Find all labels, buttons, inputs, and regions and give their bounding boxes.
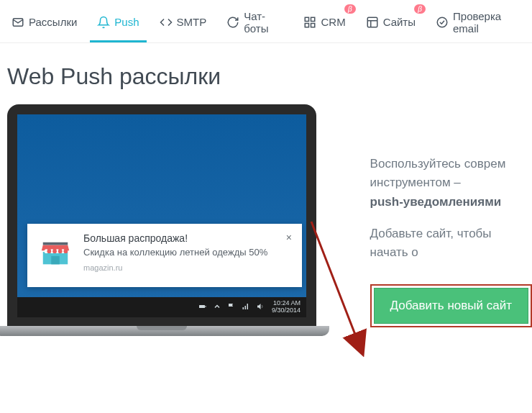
promo-line: инструментом – xyxy=(370,173,532,192)
laptop-base xyxy=(0,326,329,336)
network-icon xyxy=(242,302,250,312)
top-navigation: Рассылки Push SMTP Чат-боты CRM β Сайты … xyxy=(0,0,532,43)
push-notification-card: Большая распродажа! Скидка на коллекцию … xyxy=(27,224,302,287)
nav-label: Push xyxy=(114,16,139,28)
cta-highlight-box: Добавить новый сайт xyxy=(370,284,532,327)
nav-label: CRM xyxy=(321,16,345,28)
promo-subtext: Добавьте сайт, чтобы начать о xyxy=(370,224,532,263)
nav-smtp[interactable]: SMTP xyxy=(152,9,214,42)
svg-rect-4 xyxy=(311,23,315,27)
nav-label: Рассылки xyxy=(29,16,77,28)
store-icon xyxy=(37,235,73,271)
beta-badge: β xyxy=(414,4,426,14)
mail-icon xyxy=(12,16,24,29)
nav-label: Сайты xyxy=(383,16,416,28)
svg-point-15 xyxy=(58,249,63,253)
svg-rect-8 xyxy=(51,256,60,265)
svg-rect-3 xyxy=(306,23,309,27)
push-domain: magazin.ru xyxy=(83,263,276,272)
nav-push[interactable]: Push xyxy=(90,9,146,42)
bell-icon xyxy=(97,16,110,29)
layout-icon xyxy=(366,16,379,29)
nav-crm[interactable]: CRM β xyxy=(296,9,352,42)
flag-icon xyxy=(227,302,236,312)
date-text: 9/30/2014 xyxy=(272,307,301,314)
svg-point-16 xyxy=(64,249,68,253)
beta-badge: β xyxy=(344,4,356,14)
content-area: Большая распродажа! Скидка на коллекцию … xyxy=(0,104,532,385)
battery-icon xyxy=(198,302,207,312)
chevron-up-icon xyxy=(213,302,221,312)
nav-label: SMTP xyxy=(177,16,207,28)
nav-sites[interactable]: Сайты β xyxy=(359,9,423,42)
refresh-icon xyxy=(226,16,239,29)
laptop-screen: Большая распродажа! Скидка на коллекцию … xyxy=(7,104,316,327)
svg-point-13 xyxy=(47,249,52,253)
svg-point-6 xyxy=(437,17,447,27)
nav-label: Проверка email xyxy=(453,10,520,35)
nav-label: Чат-боты xyxy=(244,10,283,35)
code-icon xyxy=(160,16,173,29)
taskbar-clock: 10:24 AM 9/30/2014 xyxy=(272,300,301,314)
page-title: Web Push рассылки xyxy=(0,43,532,104)
svg-point-14 xyxy=(52,249,57,253)
desktop-wallpaper: Большая распродажа! Скидка на коллекцию … xyxy=(17,114,306,317)
svg-rect-17 xyxy=(199,305,205,308)
volume-icon xyxy=(256,302,265,312)
push-text: Скидка на коллекцию летней одежды 50% xyxy=(83,247,276,258)
check-circle-icon xyxy=(436,16,449,29)
promo-column: Воспользуйтесь соврем инструментом – pus… xyxy=(334,104,532,385)
nav-email-check[interactable]: Проверка email xyxy=(428,3,528,47)
nav-mailings[interactable]: Рассылки xyxy=(4,9,84,42)
system-tray xyxy=(198,302,265,312)
add-site-button[interactable]: Добавить новый сайт xyxy=(374,288,528,324)
windows-taskbar: 10:24 AM 9/30/2014 xyxy=(17,297,306,317)
promo-line-bold: push-уведомлениями xyxy=(370,193,532,212)
laptop-illustration: Большая распродажа! Скидка на коллекцию … xyxy=(7,104,334,385)
push-body: Большая распродажа! Скидка на коллекцию … xyxy=(83,232,276,278)
promo-line: Воспользуйтесь соврем xyxy=(370,155,532,173)
svg-rect-5 xyxy=(367,17,377,27)
svg-rect-18 xyxy=(205,306,206,307)
grid-icon xyxy=(303,16,316,29)
svg-rect-2 xyxy=(311,17,315,21)
close-icon[interactable]: × xyxy=(286,232,292,278)
svg-rect-1 xyxy=(306,17,309,21)
nav-chatbots[interactable]: Чат-боты xyxy=(219,3,290,47)
push-title: Большая распродажа! xyxy=(83,232,276,244)
